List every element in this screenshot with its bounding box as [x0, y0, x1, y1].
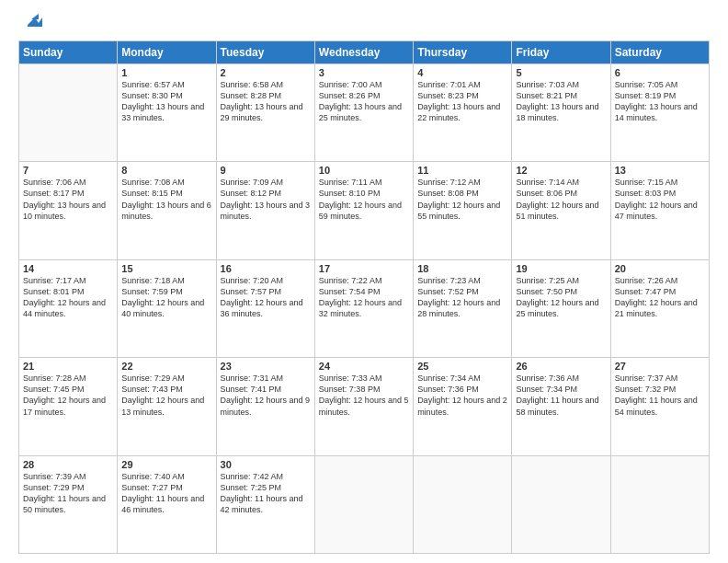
sunrise-text: Sunrise: 7:40 AM — [121, 471, 211, 482]
weekday-header-row: SundayMondayTuesdayWednesdayThursdayFrid… — [19, 40, 710, 63]
day-info: Sunrise: 7:33 AMSunset: 7:38 PMDaylight:… — [319, 373, 409, 418]
day-info: Sunrise: 6:58 AMSunset: 8:28 PMDaylight:… — [221, 79, 311, 124]
calendar-cell: 19Sunrise: 7:25 AMSunset: 7:50 PMDayligh… — [512, 259, 610, 357]
day-number: 27 — [615, 361, 705, 372]
sunset-text: Sunset: 8:30 PM — [121, 90, 211, 101]
sunset-text: Sunset: 8:10 PM — [319, 188, 409, 199]
day-info: Sunrise: 7:15 AMSunset: 8:03 PMDaylight:… — [615, 177, 705, 222]
calendar-cell — [314, 455, 413, 553]
sunrise-text: Sunrise: 7:25 AM — [516, 275, 606, 286]
sunset-text: Sunset: 8:08 PM — [417, 188, 507, 199]
sunset-text: Sunset: 7:43 PM — [121, 384, 211, 395]
calendar-cell: 30Sunrise: 7:42 AMSunset: 7:25 PMDayligh… — [216, 455, 314, 553]
day-info: Sunrise: 7:00 AMSunset: 8:26 PMDaylight:… — [319, 79, 409, 124]
daylight-text: Daylight: 12 hours and 13 minutes. — [121, 395, 211, 417]
day-number: 16 — [221, 263, 311, 274]
sunrise-text: Sunrise: 7:28 AM — [23, 373, 113, 384]
sunset-text: Sunset: 7:52 PM — [417, 286, 507, 297]
day-number: 18 — [417, 263, 507, 274]
day-number: 19 — [516, 263, 606, 274]
sunrise-text: Sunrise: 7:23 AM — [417, 275, 507, 286]
sunset-text: Sunset: 8:26 PM — [319, 90, 409, 101]
daylight-text: Daylight: 12 hours and 17 minutes. — [23, 395, 113, 417]
header — [18, 15, 710, 33]
calendar-cell: 6Sunrise: 7:05 AMSunset: 8:19 PMDaylight… — [610, 63, 709, 161]
day-number: 1 — [121, 67, 211, 78]
sunrise-text: Sunrise: 7:00 AM — [319, 79, 409, 90]
calendar-cell — [512, 455, 610, 553]
daylight-text: Daylight: 13 hours and 25 minutes. — [319, 101, 409, 123]
sunrise-text: Sunrise: 7:37 AM — [615, 373, 705, 384]
day-number: 24 — [319, 361, 409, 372]
day-number: 12 — [516, 165, 606, 176]
day-number: 7 — [23, 165, 113, 176]
day-number: 2 — [221, 67, 311, 78]
sunrise-text: Sunrise: 7:14 AM — [516, 177, 606, 188]
daylight-text: Daylight: 12 hours and 59 minutes. — [319, 200, 409, 222]
day-info: Sunrise: 7:28 AMSunset: 7:45 PMDaylight:… — [23, 373, 113, 418]
sunrise-text: Sunrise: 7:08 AM — [121, 177, 211, 188]
day-info: Sunrise: 7:06 AMSunset: 8:17 PMDaylight:… — [23, 177, 113, 222]
sunrise-text: Sunrise: 7:29 AM — [121, 373, 211, 384]
calendar-cell — [414, 455, 512, 553]
calendar-cell: 15Sunrise: 7:18 AMSunset: 7:59 PMDayligh… — [118, 259, 216, 357]
sunrise-text: Sunrise: 7:01 AM — [417, 79, 507, 90]
week-row-0: 1Sunrise: 6:57 AMSunset: 8:30 PMDaylight… — [19, 63, 710, 161]
daylight-text: Daylight: 12 hours and 44 minutes. — [23, 297, 113, 319]
calendar: SundayMondayTuesdayWednesdayThursdayFrid… — [18, 40, 710, 554]
calendar-cell: 8Sunrise: 7:08 AMSunset: 8:15 PMDaylight… — [118, 162, 216, 259]
weekday-header-monday: Monday — [118, 40, 216, 63]
daylight-text: Daylight: 12 hours and 51 minutes. — [516, 200, 606, 222]
day-number: 25 — [417, 361, 507, 372]
calendar-cell: 21Sunrise: 7:28 AMSunset: 7:45 PMDayligh… — [19, 358, 118, 455]
sunrise-text: Sunrise: 7:03 AM — [516, 79, 606, 90]
day-info: Sunrise: 7:01 AMSunset: 8:23 PMDaylight:… — [417, 79, 507, 124]
day-info: Sunrise: 7:22 AMSunset: 7:54 PMDaylight:… — [319, 275, 409, 320]
daylight-text: Daylight: 11 hours and 54 minutes. — [615, 395, 705, 417]
daylight-text: Daylight: 13 hours and 6 minutes. — [121, 200, 211, 222]
day-info: Sunrise: 7:31 AMSunset: 7:41 PMDaylight:… — [221, 373, 311, 418]
sunset-text: Sunset: 7:45 PM — [23, 384, 113, 395]
sunrise-text: Sunrise: 7:11 AM — [319, 177, 409, 188]
day-info: Sunrise: 7:37 AMSunset: 7:32 PMDaylight:… — [615, 373, 705, 418]
day-info: Sunrise: 7:20 AMSunset: 7:57 PMDaylight:… — [221, 275, 311, 320]
sunset-text: Sunset: 7:57 PM — [221, 286, 311, 297]
daylight-text: Daylight: 12 hours and 55 minutes. — [417, 200, 507, 222]
sunset-text: Sunset: 7:54 PM — [319, 286, 409, 297]
calendar-cell: 29Sunrise: 7:40 AMSunset: 7:27 PMDayligh… — [118, 455, 216, 553]
calendar-cell: 5Sunrise: 7:03 AMSunset: 8:21 PMDaylight… — [512, 63, 610, 161]
sunset-text: Sunset: 8:03 PM — [615, 188, 705, 199]
sunrise-text: Sunrise: 7:17 AM — [23, 275, 113, 286]
daylight-text: Daylight: 12 hours and 2 minutes. — [417, 395, 507, 417]
weekday-header-sunday: Sunday — [19, 40, 118, 63]
daylight-text: Daylight: 11 hours and 42 minutes. — [221, 493, 311, 515]
daylight-text: Daylight: 12 hours and 32 minutes. — [319, 297, 409, 319]
calendar-cell — [19, 63, 118, 161]
day-number: 15 — [121, 263, 211, 274]
sunrise-text: Sunrise: 7:39 AM — [23, 471, 113, 482]
sunset-text: Sunset: 7:32 PM — [615, 384, 705, 395]
daylight-text: Daylight: 12 hours and 21 minutes. — [615, 297, 705, 319]
logo-icon — [22, 10, 42, 30]
day-info: Sunrise: 7:36 AMSunset: 7:34 PMDaylight:… — [516, 373, 606, 418]
day-number: 22 — [121, 361, 211, 372]
calendar-cell: 3Sunrise: 7:00 AMSunset: 8:26 PMDaylight… — [314, 63, 413, 161]
sunrise-text: Sunrise: 7:05 AM — [615, 79, 705, 90]
day-number: 11 — [417, 165, 507, 176]
calendar-cell: 9Sunrise: 7:09 AMSunset: 8:12 PMDaylight… — [216, 162, 314, 259]
sunset-text: Sunset: 7:41 PM — [221, 384, 311, 395]
calendar-cell: 14Sunrise: 7:17 AMSunset: 8:01 PMDayligh… — [19, 259, 118, 357]
daylight-text: Daylight: 13 hours and 33 minutes. — [121, 101, 211, 123]
sunrise-text: Sunrise: 6:57 AM — [121, 79, 211, 90]
daylight-text: Daylight: 12 hours and 25 minutes. — [516, 297, 606, 319]
day-number: 9 — [221, 165, 311, 176]
day-number: 28 — [23, 459, 113, 470]
day-info: Sunrise: 6:57 AMSunset: 8:30 PMDaylight:… — [121, 79, 211, 124]
day-number: 29 — [121, 459, 211, 470]
day-number: 4 — [417, 67, 507, 78]
weekday-header-friday: Friday — [512, 40, 610, 63]
daylight-text: Daylight: 13 hours and 3 minutes. — [221, 200, 311, 222]
sunset-text: Sunset: 8:17 PM — [23, 188, 113, 199]
sunrise-text: Sunrise: 7:36 AM — [516, 373, 606, 384]
sunrise-text: Sunrise: 7:15 AM — [615, 177, 705, 188]
